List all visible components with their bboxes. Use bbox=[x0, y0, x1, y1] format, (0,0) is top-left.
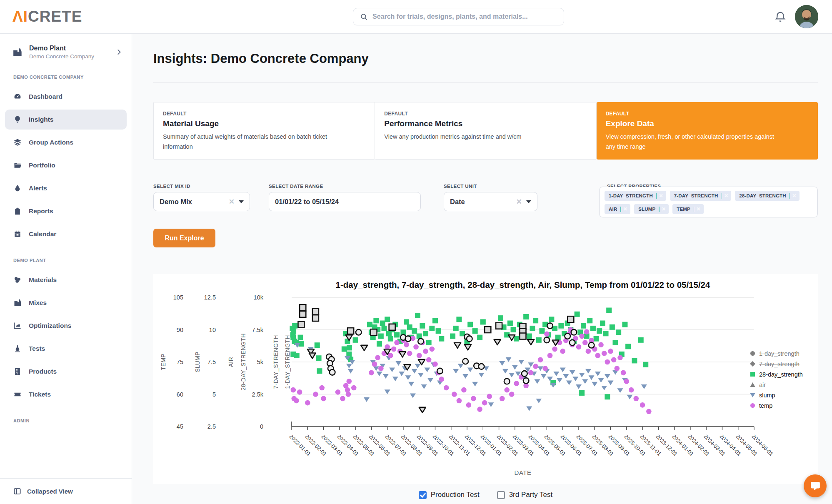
sidebar-item-group-actions[interactable]: Group Actions bbox=[5, 132, 127, 152]
property-chip-7-day_strength[interactable]: 7-DAY_STRENGTH✕ bbox=[670, 191, 732, 201]
property-chip-temp[interactable]: TEMP✕ bbox=[672, 204, 704, 214]
sidebar-item-tests[interactable]: Tests bbox=[5, 339, 127, 359]
card-description: Summary of actual weights of materials b… bbox=[163, 132, 342, 152]
sidebar-item-alerts[interactable]: Alerts bbox=[5, 178, 127, 198]
card-performance-metrics[interactable]: DEFAULT Performance Metrics View any pro… bbox=[375, 102, 596, 160]
run-explore-button[interactable]: Run Explore bbox=[153, 229, 215, 247]
property-chip-slump[interactable]: SLUMP✕ bbox=[634, 204, 669, 214]
chip-label: 7-DAY_STRENGTH bbox=[674, 193, 718, 198]
factory-icon bbox=[13, 299, 22, 307]
checkbox-3rd-party-test[interactable]: 3rd Party Test bbox=[497, 491, 553, 499]
card-explore-data-selected[interactable]: DEFAULT Explore Data View compression, f… bbox=[597, 102, 818, 160]
checkbox-production-test[interactable]: Production Test bbox=[419, 491, 480, 499]
sidebar-section-label: DEMO CONCRETE COMPANY bbox=[5, 64, 127, 84]
main-content: Insights: Demo Concrete Company DEFAULT … bbox=[132, 33, 832, 504]
sidebar-item-label: Tickets bbox=[29, 391, 51, 398]
layout-columns-icon bbox=[13, 487, 21, 495]
sidebar-item-products[interactable]: Products bbox=[5, 362, 127, 382]
sidebar-item-tickets[interactable]: Tickets bbox=[5, 384, 127, 404]
sidebar-item-insights[interactable]: Insights bbox=[5, 110, 127, 130]
x-axis-title: DATE bbox=[500, 469, 546, 476]
chip-remove-x-icon[interactable]: ✕ bbox=[792, 193, 796, 199]
sidebar-item-materials[interactable]: Materials bbox=[5, 270, 127, 290]
sidebar-item-reports[interactable]: Reports bbox=[5, 201, 127, 221]
date-range-input[interactable]: 01/01/22 to 05/15/24 bbox=[269, 192, 421, 211]
global-search[interactable] bbox=[353, 8, 564, 25]
user-avatar[interactable] bbox=[795, 5, 818, 28]
checkbox-box[interactable] bbox=[497, 491, 505, 499]
card-title: Explore Data bbox=[606, 119, 808, 128]
legend-item-slump[interactable]: slump bbox=[750, 390, 803, 400]
chip-divider bbox=[659, 207, 660, 212]
legend-item-1-day_strength[interactable]: 1-day_strength bbox=[750, 348, 803, 359]
collapsed-view-toggle[interactable]: Collapsed View bbox=[0, 478, 132, 504]
chip-remove-x-icon[interactable]: ✕ bbox=[659, 193, 663, 199]
sidebar-item-dashboard[interactable]: Dashboard bbox=[5, 87, 127, 107]
chip-remove-x-icon[interactable]: ✕ bbox=[724, 193, 728, 199]
layers-icon bbox=[13, 138, 22, 147]
sidebar-item-optimizations[interactable]: Optimizations bbox=[5, 316, 127, 336]
search-input[interactable] bbox=[372, 13, 557, 20]
chip-label: SLUMP bbox=[638, 207, 655, 212]
card-title: Material Usage bbox=[163, 119, 365, 128]
card-description: View compression, fresh, or other calcul… bbox=[606, 132, 785, 152]
top-bar: ΛICRETE bbox=[0, 0, 832, 33]
legend-item-air[interactable]: air bbox=[750, 379, 803, 390]
clear-x-icon[interactable]: ✕ bbox=[512, 197, 526, 206]
chip-divider bbox=[620, 207, 621, 212]
sidebar-item-calendar[interactable]: Calendar bbox=[5, 224, 127, 244]
legend-diamond-icon bbox=[750, 361, 755, 367]
folder-icon bbox=[13, 161, 22, 170]
property-chip-air[interactable]: AIR✕ bbox=[605, 204, 630, 214]
bulb-icon bbox=[13, 115, 22, 124]
sidebar-item-label: Dashboard bbox=[29, 93, 62, 100]
property-chip-28-day_strength[interactable]: 28-DAY_STRENGTH✕ bbox=[735, 191, 799, 201]
property-chip-1-day_strength[interactable]: 1-DAY_STRENGTH✕ bbox=[605, 191, 666, 201]
mix-id-select[interactable]: Demo Mix ✕ bbox=[153, 192, 250, 211]
legend-item-temp[interactable]: temp bbox=[750, 400, 803, 411]
aggregate-icon bbox=[13, 276, 22, 284]
legend-circle2-icon bbox=[750, 403, 755, 408]
chart-legend[interactable]: 1-day_strength7-day_strength28-day_stren… bbox=[750, 348, 803, 411]
sidebar-item-label: Optimizations bbox=[29, 322, 71, 329]
chip-divider bbox=[694, 207, 695, 212]
card-tag: DEFAULT bbox=[606, 111, 808, 117]
checkbox-box[interactable] bbox=[419, 491, 427, 499]
chip-label: TEMP bbox=[677, 207, 690, 212]
unit-select[interactable]: Date ✕ bbox=[444, 192, 537, 211]
legend-item-28-day_strength[interactable]: 28-day_strength bbox=[750, 369, 803, 379]
legend-item-7-day_strength[interactable]: 7-day_strength bbox=[750, 359, 803, 369]
chip-remove-x-icon[interactable]: ✕ bbox=[662, 206, 666, 212]
sidebar-item-label: Tests bbox=[29, 345, 45, 352]
caret-down-icon[interactable] bbox=[239, 200, 244, 203]
support-chat-button[interactable] bbox=[804, 474, 827, 497]
sidebar-item-portfolio[interactable]: Portfolio bbox=[5, 155, 127, 175]
plant-selector[interactable]: Demo Plant Demo Concrete Company bbox=[0, 34, 132, 64]
sidebar-item-label: Calendar bbox=[29, 230, 56, 238]
sidebar-item-mixes[interactable]: Mixes bbox=[5, 293, 127, 313]
chat-bubble-icon bbox=[810, 481, 821, 492]
notifications-bell-icon[interactable] bbox=[774, 11, 787, 23]
building-icon bbox=[13, 367, 22, 376]
legend-label: 28-day_strength bbox=[759, 371, 803, 378]
card-description: View any production metrics against time… bbox=[384, 132, 563, 142]
logo-suffix: CRETE bbox=[28, 8, 82, 25]
app-root: ΛICRETE Demo Plant Demo Concrete Company bbox=[0, 0, 832, 504]
clear-x-icon[interactable]: ✕ bbox=[225, 197, 239, 206]
drop-icon bbox=[13, 184, 22, 192]
properties-multiselect[interactable]: 1-DAY_STRENGTH✕7-DAY_STRENGTH✕28-DAY_STR… bbox=[599, 187, 818, 217]
card-material-usage[interactable]: DEFAULT Material Usage Summary of actual… bbox=[153, 102, 375, 160]
chip-label: 1-DAY_STRENGTH bbox=[609, 193, 653, 198]
aicrete-logo[interactable]: ΛICRETE bbox=[12, 7, 82, 26]
legend-label: temp bbox=[759, 402, 772, 409]
sidebar-section-label: DEMO PLANT bbox=[5, 247, 127, 267]
plant-company: Demo Concrete Company bbox=[29, 53, 110, 60]
caret-down-icon[interactable] bbox=[526, 200, 531, 203]
test-type-filters: Production Test3rd Party Test bbox=[153, 491, 818, 499]
clipboard-icon bbox=[13, 207, 22, 215]
mix-id-label: SELECT MIX ID bbox=[153, 184, 190, 189]
chip-remove-x-icon[interactable]: ✕ bbox=[696, 206, 700, 212]
legend-triangle-up-icon bbox=[750, 382, 755, 387]
chip-remove-x-icon[interactable]: ✕ bbox=[623, 206, 627, 212]
card-tag: DEFAULT bbox=[384, 111, 587, 117]
